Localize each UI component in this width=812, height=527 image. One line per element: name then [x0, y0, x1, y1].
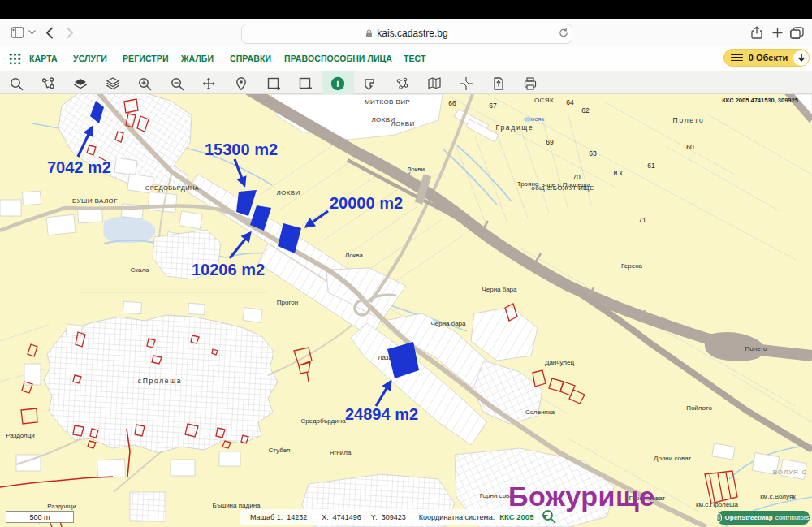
tool-location-pin[interactable] [225, 71, 257, 95]
map-label: 70 [572, 173, 581, 181]
export-doc-icon [491, 76, 506, 91]
site-nav: КАРТАУСЛУГИРЕГИСТРИЖАЛБИСПРАВКИПРАВОСПОС… [0, 46, 812, 71]
tool-info[interactable]: i [322, 71, 354, 95]
tool-zoom-out[interactable] [161, 71, 193, 95]
map-book-icon [427, 76, 442, 91]
map-label: осяк [531, 115, 545, 123]
tool-zoom-in[interactable] [128, 71, 161, 95]
x-value: 4741496 [333, 513, 361, 521]
annotation-area-label: 24894 m2 [345, 405, 418, 423]
map-label: Средобърдина [300, 417, 346, 425]
location-pin-icon [234, 76, 248, 91]
extent-add-icon [266, 76, 281, 91]
map-label: 63 [589, 149, 597, 158]
route-select-icon [41, 76, 55, 91]
map-label: Раздолци [6, 432, 35, 439]
screen: kais.cadastre.bg КАРТАУСЛУГИРЕГИСТРИЖА [0, 0, 812, 527]
crosshair-coords-icon [459, 76, 473, 91]
y-value: 309423 [382, 513, 406, 521]
tab-overview-icon[interactable] [788, 19, 805, 46]
new-tab-icon[interactable] [770, 19, 784, 46]
tool-boundary-select[interactable] [354, 71, 387, 95]
map-label: км.с.Пролеша [696, 501, 738, 508]
nav-item-6[interactable]: ПРАВОСПОСОБНИ ЛИЦА [284, 46, 392, 71]
tool-route-select[interactable] [32, 71, 65, 95]
map-label: 60 [686, 143, 694, 151]
nav-item-7[interactable]: ТЕСТ [404, 46, 426, 71]
map-label: Долни соват [654, 455, 692, 462]
sidebar-toggle-icon[interactable] [10, 19, 24, 46]
map-label: Полето [673, 116, 705, 124]
print-icon [523, 76, 538, 91]
map-label: ОСЯК [534, 97, 554, 104]
apps-grid-icon[interactable] [8, 46, 21, 71]
nav-item-2[interactable]: УСЛУГИ [73, 46, 107, 71]
map-label: Черна бара [430, 320, 466, 327]
map-label: Пойлото [686, 404, 712, 412]
map-canvas[interactable]: МИТКОВ ВИРЛОКВИЛОКВИОСЯК6667646269637071… [0, 94, 812, 527]
map-label: БУШИ ВАЛОГ [72, 197, 118, 205]
share-icon[interactable] [749, 19, 764, 46]
status-search-icon[interactable] [541, 508, 557, 525]
map-label: 71 [638, 216, 646, 224]
tool-map-book[interactable] [418, 71, 451, 95]
map-label: Полето [745, 345, 767, 352]
svg-text:i: i [336, 78, 339, 89]
download-circle[interactable] [793, 50, 809, 66]
map-label: Локва [345, 252, 363, 259]
map-label: 66 [448, 99, 456, 107]
map-label: ВОЛУЯ-С [773, 469, 808, 476]
tool-extent-add[interactable] [257, 71, 290, 95]
scale-value: 14232 [287, 513, 307, 521]
nav-item-1[interactable]: КАРТА [29, 46, 58, 71]
extent-remove-icon [298, 76, 313, 91]
back-button[interactable] [43, 19, 56, 46]
tool-print[interactable] [515, 71, 547, 95]
annotation-area-label: 15300 m2 [205, 140, 278, 158]
map-label: сПролеша [138, 377, 182, 385]
annotation-area-label: 10206 m2 [192, 261, 265, 279]
tool-crosshair-coords[interactable] [450, 71, 482, 95]
forward-button[interactable] [63, 19, 76, 46]
tool-layers-filled[interactable] [64, 71, 97, 95]
map-toolbar: i [0, 71, 812, 94]
map-label: Раздолци [47, 503, 76, 510]
zoom-in-icon [137, 76, 152, 91]
osm-attribution[interactable]: © OpenStreetMap contributors. [717, 511, 810, 525]
zoom-out-icon [170, 76, 184, 91]
crs-label: Координатна система: [419, 513, 495, 521]
nav-item-4[interactable]: ЖАЛБИ [181, 46, 214, 71]
layers-stack-icon [106, 76, 120, 91]
map-label: Лаза [378, 354, 392, 361]
map-label: 62 [581, 106, 590, 114]
tool-search[interactable] [0, 71, 32, 95]
address-url: kais.cadastre.bg [377, 28, 447, 39]
nav-item-3[interactable]: РЕГИСТРИ [123, 46, 169, 71]
city-label: Божурище [508, 481, 655, 512]
y-label: Y: [371, 513, 378, 521]
objects-count-label: 0 Обекти [743, 53, 793, 63]
info-icon: i [330, 76, 345, 91]
boundary-select-icon [362, 76, 377, 91]
search-icon [9, 76, 24, 91]
map-label: СРЕДОБЬРДИНА [145, 184, 199, 192]
tool-export-doc[interactable] [482, 71, 515, 95]
annotation-area-label: 7042 m2 [47, 158, 111, 176]
osm-contributors: contributors. [775, 514, 811, 521]
tool-layers-stack[interactable] [97, 71, 129, 95]
tool-pan[interactable] [193, 71, 226, 95]
tool-extent-remove[interactable] [289, 71, 322, 95]
address-bar[interactable]: kais.cadastre.bg [241, 24, 572, 44]
tool-polygon-measure[interactable] [386, 71, 418, 95]
crs-value[interactable]: ККС 2005 [499, 512, 533, 521]
map-label: Локви [407, 166, 425, 173]
map-label: ЛОКВИ [276, 189, 300, 197]
reload-icon[interactable] [559, 19, 806, 46]
map-label: Соленяка [525, 408, 555, 416]
map-label: Скала [130, 266, 149, 274]
annotation-area-label: 20000 m2 [330, 194, 403, 212]
objects-button[interactable]: 0 Обекти [723, 49, 810, 67]
sidebar-chevron-icon[interactable] [27, 19, 37, 46]
nav-item-5[interactable]: СПРАВКИ [230, 46, 271, 71]
map-label: Черна бара [482, 286, 517, 293]
